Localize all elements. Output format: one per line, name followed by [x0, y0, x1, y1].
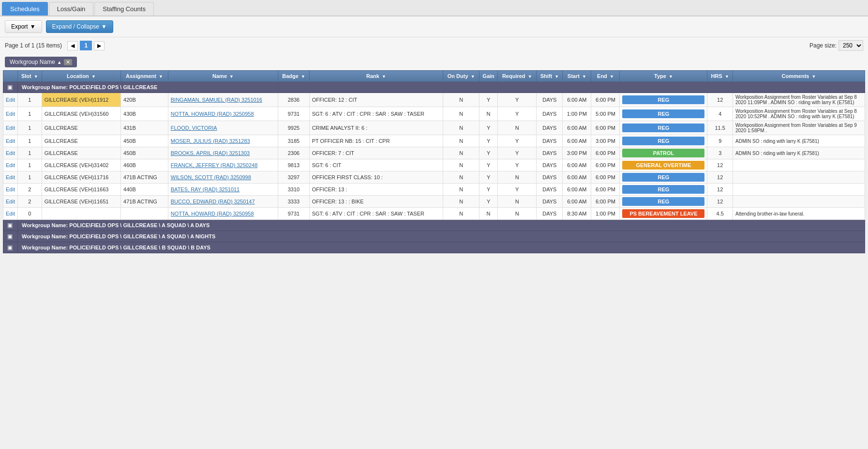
edit-link[interactable]: Edit: [6, 186, 15, 192]
workgroup-toggle-button[interactable]: ▣: [7, 84, 13, 91]
row-on-duty: N: [443, 135, 479, 147]
sub-workgroup-toggle-button[interactable]: ▣: [7, 233, 13, 240]
name-link[interactable]: WILSON, SCOTT (RAD) 3250998: [171, 174, 251, 180]
row-badge: 9731: [278, 208, 309, 220]
row-assignment: 450B: [121, 147, 168, 159]
row-start: 6:00 AM: [563, 135, 591, 147]
type-badge: REG: [622, 197, 704, 206]
tab-loss-gain[interactable]: Loss/Gain: [49, 2, 94, 15]
row-edit-cell: Edit: [3, 196, 18, 208]
table-row: Edit 1 GILLCREASE (VEH)11912 420B BINGAM…: [3, 93, 865, 107]
row-required: N: [498, 208, 537, 220]
edit-link[interactable]: Edit: [6, 211, 15, 217]
row-location: GILLCREASE: [42, 135, 120, 147]
edit-link[interactable]: Edit: [6, 125, 15, 131]
row-end: 6:00 PM: [591, 171, 620, 184]
col-badge[interactable]: Badge ▼: [278, 71, 309, 82]
col-start[interactable]: Start ▼: [563, 71, 591, 82]
edit-link[interactable]: Edit: [6, 174, 15, 180]
edit-link[interactable]: Edit: [6, 111, 15, 117]
tab-staffing-counts[interactable]: Staffing Counts: [94, 2, 154, 15]
row-slot: 1: [17, 159, 42, 171]
row-hrs: 9: [707, 135, 733, 147]
row-comments: [733, 159, 865, 171]
col-type[interactable]: Type ▼: [620, 71, 707, 82]
col-on-duty[interactable]: On Duty ▼: [443, 71, 479, 82]
workgroup-close-button[interactable]: ✕: [64, 59, 72, 65]
row-end: 6:00 PM: [591, 196, 620, 208]
tab-schedules[interactable]: Schedules: [2, 2, 48, 15]
name-link[interactable]: NOTTA, HOWARD (RAD) 3250958: [171, 111, 254, 117]
row-name: BROOKS, APRIL (RAD) 3251303: [168, 147, 278, 159]
row-required: Y: [498, 135, 537, 147]
col-rank[interactable]: Rank ▼: [309, 71, 443, 82]
table-row: Edit 1 GILLCREASE 450B MOSER, JULIUS (RA…: [3, 135, 865, 147]
row-badge: 3333: [278, 196, 309, 208]
name-link[interactable]: BINGAMAN, SAMUEL (RAD) 3251016: [171, 97, 262, 103]
export-button[interactable]: Export ▼: [5, 20, 42, 33]
row-required: Y: [498, 147, 537, 159]
row-comments: [733, 171, 865, 184]
schedule-table: Slot ▼ Location ▼ Assignment ▼ Name ▼ Ba…: [3, 70, 865, 253]
edit-link[interactable]: Edit: [6, 138, 15, 144]
sub-workgroup-toggle-button[interactable]: ▣: [7, 244, 13, 251]
row-edit-cell: Edit: [3, 184, 18, 196]
page-info-text: Page 1 of 1 (15 items): [5, 42, 62, 49]
row-badge: 3310: [278, 184, 309, 196]
edit-link[interactable]: Edit: [6, 150, 15, 156]
current-page[interactable]: 1: [80, 41, 92, 50]
edit-link[interactable]: Edit: [6, 199, 15, 204]
row-required: Y: [498, 184, 537, 196]
row-badge: 3297: [278, 171, 309, 184]
row-edit-cell: Edit: [3, 121, 18, 135]
name-link[interactable]: BATES, RAY (RAD) 3251011: [171, 186, 239, 192]
row-badge: 2306: [278, 147, 309, 159]
name-link[interactable]: NOTTA, HOWARD (RAD) 3250958: [171, 211, 254, 217]
type-badge: REG: [622, 95, 704, 104]
col-comments[interactable]: Comments ▼: [733, 71, 865, 82]
row-hrs: 12: [707, 196, 733, 208]
row-gain: Y: [479, 147, 498, 159]
row-assignment: 440B: [121, 184, 168, 196]
workgroup-header-row: ▣Workgroup Name: POLICE\FIELD OPS \ GILL…: [3, 82, 865, 93]
sub-workgroup-toggle-button[interactable]: ▣: [7, 222, 13, 229]
col-location[interactable]: Location ▼: [42, 71, 120, 82]
row-name: FLOOD, VICTORIA: [168, 121, 278, 135]
row-name: BINGAMAN, SAMUEL (RAD) 3251016: [168, 93, 278, 107]
workgroup-badge[interactable]: Workgroup Name ▲ ✕: [5, 57, 77, 67]
row-slot: 1: [17, 147, 42, 159]
col-assignment[interactable]: Assignment ▼: [121, 71, 168, 82]
name-link[interactable]: FLOOD, VICTORIA: [171, 125, 217, 131]
row-hrs: 4.5: [707, 208, 733, 220]
table-row: Edit 1 GILLCREASE (VEH)11716 471B ACTING…: [3, 171, 865, 184]
row-edit-cell: Edit: [3, 208, 18, 220]
name-link[interactable]: FRANCK, JEFFREY (RAD) 3250248: [171, 162, 258, 168]
col-gain[interactable]: Gain: [479, 71, 498, 82]
page-size-select[interactable]: 250 100 50: [838, 40, 863, 51]
row-comments: Workposition Assignment from Roster Vari…: [733, 93, 865, 107]
col-required[interactable]: Required ▼: [498, 71, 537, 82]
row-gain: Y: [479, 93, 498, 107]
row-slot: 1: [17, 93, 42, 107]
name-link[interactable]: MOSER, JULIUS (RAD) 3251283: [171, 138, 250, 144]
edit-link[interactable]: Edit: [6, 162, 15, 168]
col-slot[interactable]: Slot ▼: [17, 71, 42, 82]
next-page-button[interactable]: ▶: [94, 41, 105, 50]
name-link[interactable]: BROOKS, APRIL (RAD) 3251303: [171, 150, 250, 156]
row-rank: OFFICER FIRST CLASS: 10 :: [309, 171, 443, 184]
name-link[interactable]: BUCCO, EDWARD (RAD) 3250147: [171, 199, 255, 204]
row-required: N: [498, 171, 537, 184]
row-start: 1:00 PM: [563, 107, 591, 121]
edit-link[interactable]: Edit: [6, 97, 15, 103]
row-assignment: 450B: [121, 135, 168, 147]
col-hrs[interactable]: HRS ▼: [707, 71, 733, 82]
col-shift[interactable]: Shift ▼: [537, 71, 563, 82]
type-badge: REG: [622, 173, 704, 182]
col-end[interactable]: End ▼: [591, 71, 620, 82]
type-badge: REG: [622, 137, 704, 145]
col-name[interactable]: Name ▼: [168, 71, 278, 82]
row-assignment: 471B ACTING: [121, 171, 168, 184]
row-edit-cell: Edit: [3, 107, 18, 121]
prev-page-button[interactable]: ◀: [67, 41, 78, 50]
expand-collapse-button[interactable]: Expand / Collapse ▼: [46, 20, 113, 33]
